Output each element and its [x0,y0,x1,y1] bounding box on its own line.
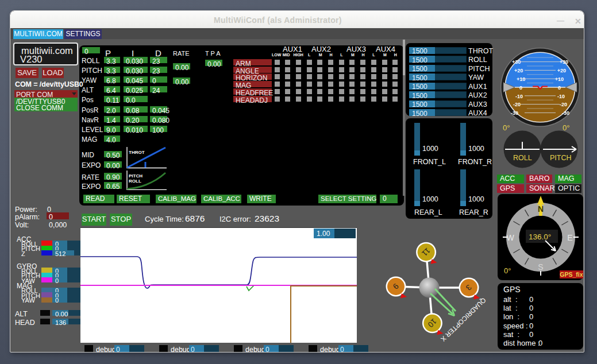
svg-text:S: S [538,262,543,272]
svg-text:-30: -30 [562,110,569,116]
svg-text:-10: -10 [557,94,565,99]
svg-text:N: N [538,204,544,214]
svg-text:QUADRICOPTER X: QUADRICOPTER X [440,297,487,343]
svg-text:+10: +10 [517,76,525,82]
svg-text:+10: +10 [555,76,564,82]
svg-text:0: 0 [519,85,522,91]
svg-text:-20: -20 [560,102,567,107]
svg-text:-20: -20 [513,102,521,107]
svg-text:E: E [567,233,572,242]
svg-text:+30: +30 [560,59,568,65]
svg-text:+20: +20 [557,68,566,73]
svg-text:136.0°: 136.0° [529,233,551,241]
svg-text:-10: -10 [515,94,523,99]
svg-text:+20: +20 [514,68,523,73]
svg-text:+30: +30 [512,59,521,65]
svg-text:-30: -30 [511,110,518,116]
svg-text:0: 0 [558,85,561,91]
